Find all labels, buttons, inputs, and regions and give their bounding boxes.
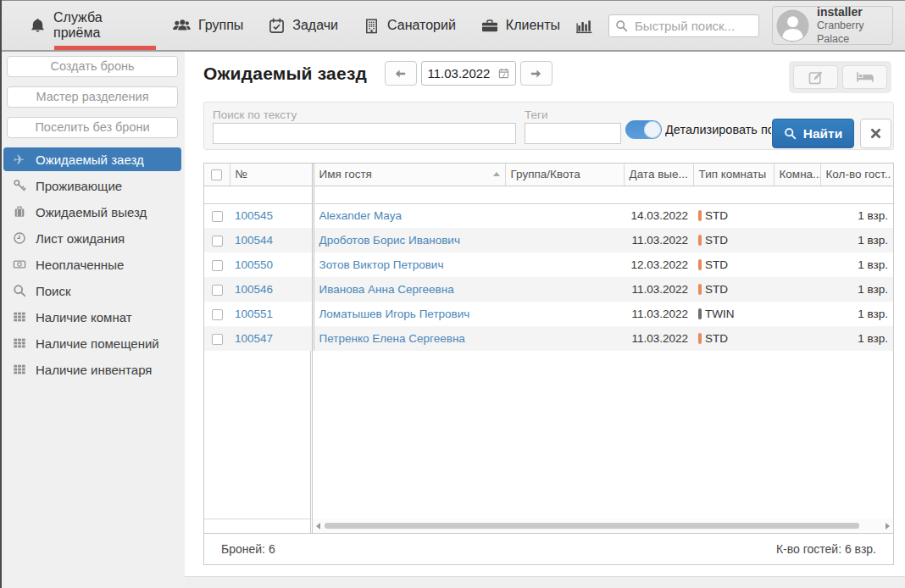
sidebar-item-waiting-list[interactable]: Лист ожидания	[3, 226, 181, 250]
col-room-type[interactable]: Тип комнаты	[693, 164, 774, 186]
booking-number-link[interactable]: 100545	[235, 209, 273, 222]
guest-name-link[interactable]: Зотов Виктор Петрович	[319, 258, 444, 271]
text-search-input[interactable]	[213, 123, 516, 144]
tab-tasks[interactable]: Задачи	[256, 1, 351, 50]
col-number[interactable]: №	[230, 164, 313, 186]
sidebar-item-unpaid[interactable]: Неоплаченные	[3, 252, 181, 276]
room-type-color-bar	[698, 210, 702, 221]
row-checkbox[interactable]	[212, 285, 223, 296]
col-guest-name[interactable]: Имя гостя	[313, 164, 505, 186]
detail-toggle[interactable]	[625, 120, 662, 139]
user-menu[interactable]: installer Cranberry Palace	[772, 6, 893, 45]
building-icon	[364, 18, 380, 34]
bottom-strip	[185, 576, 905, 588]
clear-filters-button[interactable]	[860, 119, 891, 148]
room-type-cell: STD	[693, 277, 774, 302]
guest-name-link[interactable]: Дроботов Борис Иванович	[319, 234, 460, 247]
bar-chart-icon	[575, 18, 593, 34]
edit-button[interactable]	[793, 65, 838, 89]
tab-label: Задачи	[292, 18, 338, 33]
sidebar-item-premises-availability[interactable]: Наличие помещений	[3, 331, 181, 355]
hscroll-thumb[interactable]	[325, 523, 859, 529]
split-wizard-button[interactable]: Мастер разделения	[7, 86, 178, 108]
tab-groups[interactable]: Группы	[159, 1, 256, 50]
sidebar-item-inventory-availability[interactable]: Наличие инвентаря	[3, 358, 181, 381]
filter-panel: Поиск по тексту Теги Детализировать по г…	[203, 102, 894, 150]
col-departure-date[interactable]: Дата вые...	[624, 164, 693, 186]
checkin-without-booking-button[interactable]: Поселить без брони	[7, 117, 178, 138]
table-row[interactable]: 100547 Петренко Елена Сергеевна 11.03.20…	[204, 326, 893, 351]
guest-name-link[interactable]: Alexander Maya	[319, 209, 403, 222]
create-booking-button[interactable]: Создать бронь	[7, 56, 178, 77]
tab-clients[interactable]: Клиенты	[469, 1, 573, 50]
table-row[interactable]: 100544 Дроботов Борис Иванович 11.03.202…	[204, 228, 893, 252]
topbar-right-section: installer Cranberry Palace	[573, 6, 905, 45]
reports-button[interactable]	[573, 16, 596, 36]
sidebar-item-room-availability[interactable]: Наличие комнат	[3, 305, 181, 329]
table-row[interactable]: 100546 Иванова Анна Сергеевна 11.03.2022…	[204, 277, 893, 302]
sidebar-item-expected-departure[interactable]: Ожидаемый выезд	[3, 200, 181, 224]
search-icon	[615, 19, 628, 32]
table-row[interactable]: 100551 Ломатышев Игорь Петрович 11.03.20…	[204, 302, 893, 326]
booking-number-link[interactable]: 100546	[235, 283, 273, 296]
sort-ascending-icon	[493, 172, 500, 176]
guest-count: 1 взр.	[820, 228, 893, 252]
prev-date-button[interactable]	[385, 61, 417, 86]
find-button[interactable]: Найти	[772, 119, 854, 148]
main-header: Ожидаемый заезд 11.03.2022	[203, 61, 891, 95]
select-all-cell[interactable]	[204, 164, 230, 186]
guest-count: 1 взр.	[820, 203, 893, 228]
checkin-bed-button[interactable]	[842, 65, 887, 89]
col-guest-count[interactable]: Кол-во гост..	[820, 164, 893, 186]
guests-count: К-во гостей: 6 взр.	[776, 542, 876, 556]
row-checkbox[interactable]	[212, 260, 223, 271]
detail-toggle-label: Детализировать по г	[665, 123, 771, 136]
hscroll-track[interactable]	[323, 523, 883, 530]
hscroll-right-arrow[interactable]	[886, 523, 890, 530]
row-checkbox[interactable]	[212, 309, 223, 320]
sidebar-item-search[interactable]: Поиск	[3, 279, 181, 302]
arrow-right-icon	[530, 68, 542, 80]
close-icon	[870, 128, 881, 139]
booking-number-link[interactable]: 100550	[235, 258, 273, 271]
briefcase-icon	[481, 18, 498, 33]
select-all-checkbox[interactable]	[211, 169, 222, 180]
tab-label: Санаторий	[387, 18, 456, 33]
col-group-quota[interactable]: Группа/Квота	[505, 164, 624, 186]
guest-name-link[interactable]: Петренко Елена Сергеевна	[319, 332, 465, 345]
guest-name-link[interactable]: Ломатышев Игорь Петрович	[319, 308, 470, 320]
hscroll-left-arrow[interactable]	[316, 523, 320, 530]
arrivals-grid-panel: № Имя гостя Группа/Квота Дата вые... Тип…	[203, 163, 894, 565]
col-room[interactable]: Комна...	[774, 164, 820, 186]
tab-label: Служба приёма	[53, 10, 147, 41]
toggle-knob	[644, 121, 661, 138]
row-checkbox[interactable]	[212, 211, 223, 222]
booking-number-link[interactable]: 100544	[235, 234, 273, 247]
room-type-cell: STD	[693, 252, 774, 277]
tab-sanatorium[interactable]: Санаторий	[351, 1, 469, 50]
booking-number-link[interactable]: 100547	[235, 332, 273, 345]
window-left-edge	[0, 0, 2, 588]
grid-icon	[11, 336, 27, 350]
date-input[interactable]: 11.03.2022	[421, 61, 516, 86]
sidebar-item-label: Наличие комнат	[36, 310, 132, 325]
table-row[interactable]: 100545 Alexander Maya 14.03.2022 STD 1 в…	[204, 203, 893, 228]
quick-search-input[interactable]	[608, 14, 759, 37]
departure-date: 11.03.2022	[624, 302, 693, 326]
sidebar-item-residents[interactable]: Проживающие	[3, 174, 181, 197]
guest-name-link[interactable]: Иванова Анна Сергеевна	[319, 283, 454, 296]
row-checkbox[interactable]	[212, 236, 223, 247]
tab-reception[interactable]: Служба приёма	[17, 1, 159, 50]
table-row[interactable]: 100550 Зотов Виктор Петрович 12.03.2022 …	[204, 252, 893, 277]
row-checkbox[interactable]	[212, 334, 223, 345]
departure-date: 11.03.2022	[624, 277, 693, 302]
user-hotel: Cranberry Palace	[817, 19, 882, 46]
sidebar-item-expected-arrival[interactable]: ✈ Ожидаемый заезд	[3, 147, 181, 171]
booking-number-link[interactable]: 100551	[235, 308, 273, 320]
app-window: Служба приёма Группы Задачи Санаторий Кл…	[0, 0, 905, 588]
sidebar-item-label: Неоплаченные	[36, 258, 124, 272]
tags-input[interactable]	[525, 123, 621, 144]
guest-count: 1 взр.	[820, 277, 893, 302]
next-date-button[interactable]	[520, 61, 552, 86]
date-value: 11.03.2022	[428, 66, 491, 80]
